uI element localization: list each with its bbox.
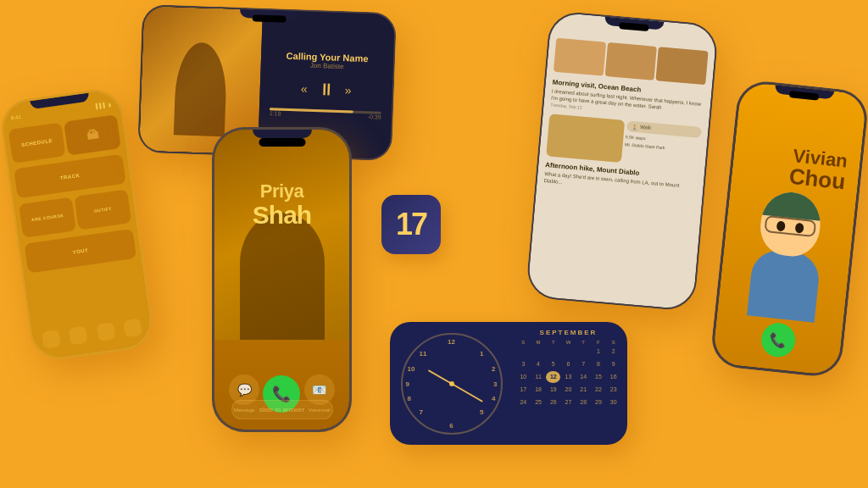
battery-icon: ▮ (108, 102, 111, 108)
cal-hdr-w: W (561, 340, 576, 345)
journal-photo-4 (546, 114, 625, 163)
dynamic-island-priya (259, 138, 305, 147)
cal-day-29: 29 (592, 396, 606, 408)
cal-empty-2 (531, 346, 546, 358)
clock-num-7: 7 (420, 408, 423, 416)
cal-hdr-t2: T (576, 340, 591, 345)
calendar-month: SEPTEMBER (516, 329, 620, 336)
caller-lastname: Shah (214, 202, 349, 228)
dynamic-island (253, 14, 287, 22)
clock-num-8: 8 (408, 395, 411, 402)
cal-day-17: 17 (516, 384, 531, 396)
memoji-figure (738, 188, 836, 324)
cal-empty-5 (576, 346, 591, 358)
journal-photo-2 (604, 42, 657, 80)
cal-day-4: 4 (531, 358, 546, 370)
cal-day-13: 13 (561, 371, 576, 383)
yout-label: YOUT (72, 247, 88, 255)
progress-section: 1:18 -0:39 (270, 108, 381, 120)
dock-icon-3[interactable] (96, 322, 115, 341)
cal-day-20: 20 (561, 384, 576, 396)
vivian-name-area: Vivian Chou (788, 147, 849, 193)
vivian-call-button[interactable]: 📞 (760, 321, 797, 358)
walk-label: Walk (640, 125, 652, 130)
phone-priya: Priya Shah 💬 Message 📞 📧 Voicemail slide… (212, 127, 352, 432)
schedule-widget[interactable]: SCHEDULE (8, 122, 66, 163)
phone-journal: Morning visit, Ocean Beach I dreamed abo… (526, 10, 720, 312)
cal-day-15: 15 (592, 371, 606, 383)
play-pause-button[interactable]: ⏸ (317, 80, 335, 100)
clock-num-11: 11 (420, 350, 427, 358)
vivian-lastname: Chou (788, 165, 847, 193)
prev-button[interactable]: « (301, 81, 308, 95)
clock-num-2: 2 (492, 365, 495, 373)
clock-num-12: 12 (448, 338, 455, 346)
journal-walk-info: 🚶 Walk 5.5K steps Mt. Diablo State Park (623, 120, 702, 169)
cal-hdr-m: M (531, 340, 546, 345)
cal-day-30: 30 (606, 396, 620, 408)
caller-firstname: Priya (214, 180, 349, 202)
vivian-screen: Vivian Chou 📞 (712, 81, 867, 376)
time-remaining: -0:39 (368, 114, 381, 120)
cal-hdr-s2: S (606, 340, 620, 345)
cal-day-11: 11 (531, 371, 546, 383)
ios-version-number: 17 (396, 207, 426, 242)
cal-day-16: 16 (606, 371, 620, 383)
cal-day-8: 8 (592, 358, 606, 370)
cal-day-12-today[interactable]: 12 (546, 371, 560, 383)
cal-day-7: 7 (576, 358, 591, 370)
course-label: ARE COURSE (31, 213, 64, 222)
clock-calendar-widget: 12 3 6 9 1 11 2 4 5 7 8 10 SEPTEMBER S (390, 322, 627, 445)
next-button[interactable]: » (344, 83, 351, 97)
signal-icon: ▌▌▌ (96, 103, 107, 109)
clock-num-5: 5 (480, 408, 483, 416)
dock-icon-1[interactable] (42, 330, 61, 349)
person-silhouette (240, 213, 325, 340)
cal-day-6: 6 (561, 358, 576, 370)
cal-day-9: 9 (606, 358, 620, 370)
music-header: Calling Your Name Jon Batiste (271, 50, 384, 72)
slide-to-answer[interactable]: slide to answer (231, 400, 333, 419)
clock-num-6: 6 (449, 422, 453, 430)
caller-photo (214, 130, 349, 340)
cal-day-24: 24 (516, 396, 531, 408)
clock-num-1: 1 (480, 350, 483, 358)
photo-widget[interactable]: 🏔 (64, 114, 121, 155)
calendar-section: SEPTEMBER S M T W T F S 1 2 3 4 5 6 (513, 322, 627, 445)
photo-placeholder: 🏔 (86, 128, 99, 143)
dock-icon-2[interactable] (69, 326, 88, 346)
status-time: 9:41 (10, 114, 21, 121)
clock-num-10: 10 (408, 365, 415, 373)
ios17-icon: 17 (381, 195, 441, 254)
dock (36, 314, 148, 353)
cal-day-2: 2 (606, 346, 620, 358)
outfit-widget[interactable]: OUTIFT (74, 189, 131, 230)
cal-hdr-s1: S (516, 340, 531, 345)
clock-num-9: 9 (406, 380, 409, 387)
course-widget[interactable]: ARE COURSE (19, 197, 76, 238)
journal-screen: Morning visit, Ocean Beach I dreamed abo… (527, 12, 718, 310)
caller-name-area: Priya Shah (214, 180, 349, 228)
priya-screen: Priya Shah 💬 Message 📞 📧 Voicemail slide… (214, 130, 349, 430)
memoji-head (757, 190, 822, 259)
schedule-label: SCHEDULE (21, 138, 53, 147)
cal-empty-3 (546, 346, 560, 358)
scene: 9:41 ▌▌▌ ▮ SCHEDULE 🏔 TRACK (0, 0, 868, 488)
cal-day-1: 1 (592, 346, 606, 358)
clock-face: 12 3 6 9 1 11 2 4 5 7 8 10 (401, 333, 503, 435)
cal-day-28: 28 (576, 396, 591, 408)
dock-icon-4[interactable] (123, 319, 142, 338)
calendar-grid: S M T W T F S 1 2 3 4 5 6 7 8 9 (516, 340, 620, 408)
walk-icon: 🚶 (632, 124, 638, 130)
journal-photo-pair: 🚶 Walk 5.5K steps Mt. Diablo State Park (546, 114, 702, 169)
clock-minute-hand (451, 383, 482, 402)
cal-empty-1 (516, 346, 531, 358)
clock-num-3: 3 (493, 380, 497, 387)
cal-day-18: 18 (531, 384, 546, 396)
artist-silhouette (174, 42, 228, 136)
memoji-eye-left (776, 220, 785, 231)
journal-entry-1: Morning visit, Ocean Beach I dreamed abo… (550, 78, 704, 119)
journal-photo-3 (656, 47, 709, 85)
cal-day-23: 23 (606, 384, 620, 396)
cal-day-22: 22 (592, 384, 606, 396)
